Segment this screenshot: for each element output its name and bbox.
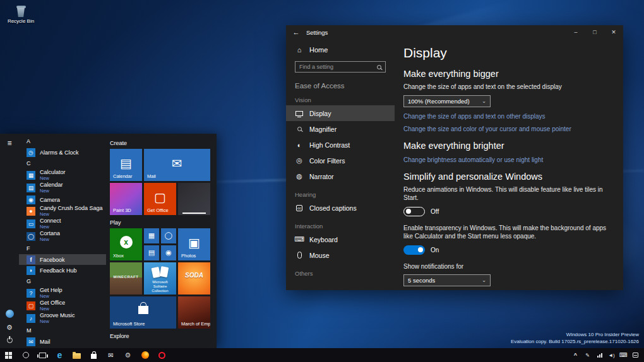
nav-item-label: Narrator bbox=[309, 173, 334, 180]
tile-candy-crush-soda[interactable]: SODA bbox=[178, 262, 210, 295]
tile-minecraft[interactable]: MINECRAFT bbox=[110, 262, 142, 295]
tile-microsoft-store[interactable]: Microsoft Store bbox=[110, 296, 176, 329]
taskbar-file-explorer[interactable] bbox=[68, 348, 85, 362]
nav-item-home[interactable]: ⌂ Home bbox=[286, 43, 395, 57]
new-badge: New bbox=[40, 307, 65, 312]
applist-item-cortana[interactable]: ◯ CortanaNew bbox=[19, 230, 106, 243]
titlebar[interactable]: ← Settings – □ ✕ bbox=[286, 25, 623, 39]
taskbar-mail[interactable]: ✉ bbox=[102, 348, 119, 362]
applist-letter[interactable]: G bbox=[19, 276, 106, 287]
tile-solitaire[interactable]: Microsoft Solitaire Collection bbox=[144, 262, 176, 295]
reduce-animations-toggle[interactable] bbox=[403, 207, 425, 216]
applist-item-candy-crush[interactable]: ● Candy Crush Soda SagaNew bbox=[19, 205, 106, 218]
store-bag-icon bbox=[138, 306, 148, 314]
network-tray-button[interactable] bbox=[593, 348, 605, 362]
gear-icon: ⚙ bbox=[125, 351, 131, 359]
new-badge: New bbox=[40, 225, 61, 230]
minimize-button[interactable]: – bbox=[566, 25, 585, 39]
tile-photos[interactable]: ▣ Photos bbox=[178, 228, 210, 260]
applist-item-calculator[interactable]: ▦ CalculatorNew bbox=[19, 169, 106, 182]
applist-item-alarms-clock[interactable]: ◷ Alarms & Clock bbox=[19, 147, 106, 158]
link-brightness-night-light[interactable]: Change brightness automatically or use n… bbox=[403, 156, 608, 163]
applist-item-facebook[interactable]: f Facebook bbox=[19, 254, 106, 265]
recycle-bin[interactable]: Recycle Bin bbox=[3, 5, 39, 24]
tile-get-office[interactable]: ▢ Get Office bbox=[144, 183, 176, 215]
taskbar-firefox[interactable] bbox=[136, 348, 153, 362]
nav-item-label: Closed captions bbox=[309, 204, 357, 212]
tile-group-play[interactable]: Play bbox=[110, 219, 214, 226]
hidden-icons-button[interactable]: ^ bbox=[569, 348, 581, 362]
start-menu-rail: ≡ ⚙ bbox=[0, 134, 19, 348]
app-icon: ▤ bbox=[148, 248, 155, 257]
applist-item-get-office[interactable]: ▢ Get OfficeNew bbox=[19, 300, 106, 312]
applist-item-groove-music[interactable]: ♪ Groove MusicNew bbox=[19, 312, 106, 325]
taskbar-settings[interactable]: ⚙ bbox=[119, 348, 136, 362]
power-icon[interactable] bbox=[7, 337, 13, 343]
applist-item-get-help[interactable]: ? Get HelpNew bbox=[19, 287, 106, 300]
applist-item-camera[interactable]: ◉ Camera bbox=[19, 194, 106, 205]
hamburger-menu-icon[interactable]: ≡ bbox=[0, 139, 19, 148]
nav-item-color-filters[interactable]: ◎ Color Filters bbox=[286, 153, 395, 168]
applist-letter[interactable]: M bbox=[19, 325, 106, 336]
taskbar-opera[interactable] bbox=[153, 348, 170, 362]
applist-letter[interactable]: A bbox=[19, 136, 106, 147]
applist-item-connect[interactable]: ▭ ConnectNew bbox=[19, 218, 106, 230]
app-tile-small[interactable]: ◉ bbox=[161, 245, 176, 260]
notifications-dropdown[interactable]: 5 seconds ⌄ bbox=[403, 274, 491, 286]
tile-paint3d[interactable]: Paint 3D bbox=[110, 183, 142, 215]
calculator-icon: ▦ bbox=[27, 171, 35, 180]
start-app-list: A ◷ Alarms & Clock C ▦ CalculatorNew ▤ C… bbox=[19, 134, 106, 348]
volume-tray-button[interactable]: ◄) bbox=[605, 348, 617, 362]
windows-logo-icon bbox=[5, 352, 12, 359]
color-filters-icon: ◎ bbox=[295, 156, 304, 165]
scale-dropdown[interactable]: 100% (Recommended) ⌄ bbox=[403, 95, 491, 107]
new-badge: New bbox=[40, 319, 75, 324]
nav-item-high-contrast[interactable]: ◐ High Contrast bbox=[286, 137, 395, 153]
start-button[interactable] bbox=[0, 348, 17, 362]
taskbar-edge[interactable]: e bbox=[51, 348, 68, 362]
applist-letter[interactable]: C bbox=[19, 158, 106, 169]
applist-item-calendar[interactable]: ▤ CalendarNew bbox=[19, 182, 106, 194]
settings-search-input[interactable] bbox=[299, 64, 374, 70]
link-cursor-pointer[interactable]: Change the size and color of your cursor… bbox=[403, 126, 608, 132]
tile-calendar[interactable]: ▤ Calendar bbox=[110, 149, 142, 181]
tile-group-create[interactable]: Create bbox=[110, 140, 214, 146]
touch-keyboard-button[interactable]: ⌨ bbox=[617, 348, 629, 362]
tile-march-of-empires[interactable]: March of Emp... bbox=[178, 296, 210, 329]
applist-letter[interactable]: F bbox=[19, 243, 106, 254]
cortana-search-button[interactable] bbox=[17, 348, 34, 362]
chevron-up-icon: ^ bbox=[574, 352, 577, 358]
back-button[interactable]: ← bbox=[286, 28, 306, 36]
transparency-toggle[interactable] bbox=[403, 245, 425, 255]
close-button[interactable]: ✕ bbox=[604, 25, 623, 39]
task-view-button[interactable] bbox=[34, 348, 51, 362]
start-tiles: Create ▤ Calendar ✉ Mail Paint 3D ▢ Get … bbox=[106, 134, 217, 348]
nav-item-magnifier[interactable]: Magnifier bbox=[286, 121, 395, 137]
new-badge: New bbox=[40, 189, 63, 194]
applist-item-mail[interactable]: ✉ Mail bbox=[19, 336, 106, 347]
tile-xbox[interactable]: x Xbox bbox=[110, 228, 142, 260]
nav-item-mouse[interactable]: Mouse bbox=[286, 247, 395, 263]
taskbar-store[interactable] bbox=[85, 348, 102, 362]
app-tile-small[interactable]: ◯ bbox=[161, 228, 176, 243]
settings-search-box[interactable] bbox=[295, 61, 386, 73]
nav-item-narrator[interactable]: ◍ Narrator bbox=[286, 168, 395, 184]
app-tile-small[interactable]: ▦ bbox=[144, 228, 159, 243]
tile-group-explore[interactable]: Explore bbox=[110, 333, 214, 339]
user-avatar[interactable] bbox=[6, 310, 14, 318]
nav-item-display[interactable]: Display bbox=[286, 105, 395, 121]
applist-item-feedback-hub[interactable]: ◗ Feedback Hub bbox=[19, 265, 106, 276]
app-tile-small[interactable]: ▤ bbox=[144, 245, 159, 260]
action-center-button[interactable] bbox=[629, 348, 641, 362]
nav-item-closed-captions[interactable]: cc Closed captions bbox=[286, 200, 395, 216]
pen-tray-button[interactable]: ✎ bbox=[581, 348, 593, 362]
link-other-displays[interactable]: Change the size of apps and text on othe… bbox=[403, 113, 608, 120]
settings-gear-icon[interactable]: ⚙ bbox=[6, 324, 13, 332]
tile-downloading[interactable] bbox=[178, 183, 210, 215]
maximize-button[interactable]: □ bbox=[585, 25, 604, 39]
camera-icon: ◉ bbox=[27, 196, 35, 204]
new-badge: New bbox=[40, 237, 60, 242]
tile-mail[interactable]: ✉ Mail bbox=[144, 149, 210, 181]
section-simplify-personalize: Simplify and personalize Windows bbox=[403, 172, 608, 182]
nav-item-keyboard[interactable]: ⌨ Keyboard bbox=[286, 231, 395, 247]
